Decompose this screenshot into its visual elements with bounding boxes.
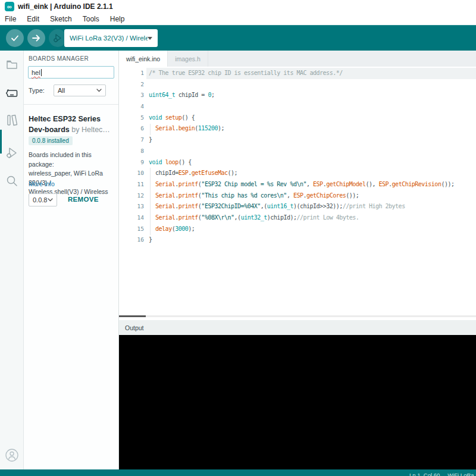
code-line-4 [149, 101, 476, 112]
window-title: wifi_eink | Arduino IDE 2.1.1 [18, 2, 113, 11]
upload-button[interactable] [27, 29, 45, 47]
remove-button[interactable]: REMOVE [68, 196, 99, 203]
boards-manager-panel: BOARDS MANAGER hel Type: All Heltec ESP3… [24, 51, 119, 469]
search-icon [5, 174, 19, 188]
code-line-3: uint64_t chipId = 0; [149, 90, 476, 101]
line-number: 2 [119, 79, 144, 90]
menu-item-file[interactable]: File [5, 15, 16, 23]
chevron-down-icon [148, 37, 152, 40]
sidebar-item-library-manager[interactable] [0, 110, 24, 130]
line-number: 4 [119, 101, 144, 112]
gutter: 12345678910111213141516 [119, 68, 144, 246]
code-editor[interactable]: 12345678910111213141516 /* The true ESP3… [119, 67, 476, 315]
code-line-1: /* The true ESP32 chip ID is essentially… [149, 68, 476, 79]
status-board-name: WiFi LoRa 32(V3) / Wireless ... [447, 472, 476, 476]
code-line-2 [149, 79, 476, 90]
code-line-13: Serial.printf("ESP32ChipID=%04X",(uint16… [149, 201, 476, 212]
menu-bar: FileEditSketchToolsHelp [0, 13, 476, 25]
code-line-11: Serial.printf("ESP32 Chip model = %s Rev… [149, 179, 476, 190]
code-line-6: Serial.begin(115200); [149, 123, 476, 134]
output-console [119, 335, 476, 469]
code-line-14: Serial.printf("%08X\r\n",(uint32_t)chipI… [149, 212, 476, 224]
more-info-link[interactable]: More info [29, 180, 55, 187]
menu-item-edit[interactable]: Edit [27, 15, 39, 23]
code-lines: /* The true ESP32 chip ID is essentially… [149, 68, 476, 246]
search-value: hel [32, 69, 40, 76]
type-filter-value: All [58, 87, 65, 94]
account-button[interactable] [5, 448, 19, 462]
verify-button[interactable] [6, 29, 24, 47]
boards-search-input[interactable]: hel [28, 66, 114, 79]
line-number: 5 [119, 112, 144, 124]
sidebar-item-search[interactable] [0, 171, 24, 191]
board-package-author: by Heltec… [70, 126, 110, 134]
line-number: 10 [119, 168, 144, 179]
line-number: 11 [119, 179, 144, 190]
board-selector-value: WiFi LoRa 32(V3) / Wireless ... [70, 35, 148, 42]
status-right: Ln 1, Col 60WiFi LoRa 32(V3) / Wireless … [409, 472, 476, 476]
line-number: 14 [119, 212, 144, 224]
version-select[interactable]: 0.0.8 [29, 193, 57, 206]
editor-tab-bar: wifi_eink.inoimages.h [119, 51, 476, 67]
title-bar: ∞ wifi_eink | Arduino IDE 2.1.1 [0, 0, 476, 13]
output-title: Output [125, 324, 144, 331]
debug-panel-icon [5, 146, 19, 160]
tab-images.h[interactable]: images.h [168, 51, 208, 67]
version-value: 0.0.8 [33, 196, 47, 203]
code-line-5: void setup() { [149, 112, 476, 124]
sketchbook-folder-icon [5, 58, 18, 71]
type-filter-select[interactable]: All [54, 84, 106, 96]
toolbar: WiFi LoRa 32(V3) / Wireless ... [0, 25, 476, 51]
boards-manager-icon [5, 86, 19, 101]
account-icon [5, 448, 19, 462]
horizontal-scrollbar[interactable] [119, 315, 476, 317]
line-number: 3 [119, 90, 144, 101]
panel-title: BOARDS MANAGER [29, 55, 89, 62]
tab-wifi_eink.ino[interactable]: wifi_eink.ino [119, 51, 168, 67]
chevron-down-icon [48, 198, 53, 202]
line-number: 15 [119, 224, 144, 235]
line-number: 16 [119, 234, 144, 246]
description-line: Boards included in this package: [29, 151, 117, 169]
debug-icon [52, 33, 63, 43]
activity-bar [0, 51, 24, 469]
infinity-icon: ∞ [5, 2, 14, 11]
cursor-position: Ln 1, Col 60 [409, 472, 440, 476]
scrollbar-thumb[interactable] [119, 315, 146, 317]
library-books-icon [5, 113, 19, 127]
line-number: 9 [119, 157, 144, 168]
upload-arrow-icon [32, 33, 41, 43]
type-label: Type: [29, 87, 45, 94]
line-number: 7 [119, 134, 144, 146]
board-selector[interactable]: WiFi LoRa 32(V3) / Wireless ... [64, 29, 158, 47]
sidebar-item-debug[interactable] [0, 143, 24, 163]
line-number: 1 [119, 68, 144, 79]
line-number: 13 [119, 201, 144, 212]
code-line-9: void loop() { [149, 157, 476, 168]
sidebar-item-sketchbook[interactable] [0, 55, 24, 75]
code-line-12: Serial.printf("This chip has %d cores\n"… [149, 190, 476, 202]
menu-item-help[interactable]: Help [110, 15, 125, 23]
line-number: 8 [119, 146, 144, 157]
code-line-7: } [149, 134, 476, 146]
text-cursor [41, 69, 42, 76]
menu-item-sketch[interactable]: Sketch [50, 15, 72, 23]
status-bar: Ln 1, Col 60WiFi LoRa 32(V3) / Wireless … [0, 469, 476, 476]
code-line-15: delay(3000); [149, 224, 476, 235]
output-panel-header: Output [119, 320, 476, 335]
verify-check-icon [10, 33, 20, 43]
code-line-8 [149, 146, 476, 157]
board-package-name: Heltec ESP32 Series Dev-boards by Heltec… [29, 114, 110, 135]
code-line-16: } [149, 234, 476, 246]
installed-badge: 0.0.8 installed [29, 136, 73, 145]
divider [24, 104, 118, 105]
chevron-down-icon [96, 89, 102, 92]
menu-item-tools[interactable]: Tools [83, 15, 99, 23]
line-number: 6 [119, 123, 144, 134]
line-number: 12 [119, 190, 144, 202]
sidebar-item-boards-manager[interactable] [0, 83, 24, 104]
arduino-ide-window: ∞ wifi_eink | Arduino IDE 2.1.1 FileEdit… [0, 0, 476, 476]
code-line-10: chipId=ESP.getEfuseMac(); [149, 168, 476, 179]
